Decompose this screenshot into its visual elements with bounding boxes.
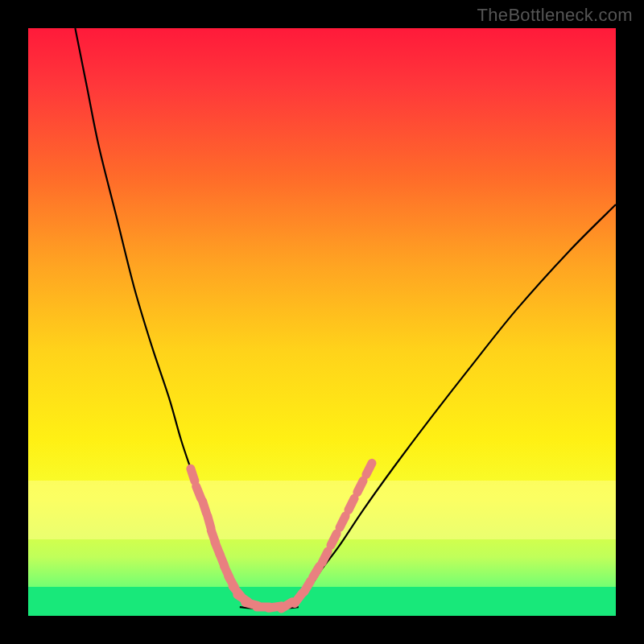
bottleneck-curve-left [75,28,251,605]
highlight-dash [304,581,311,592]
highlight-dash [322,551,328,563]
highlight-dash [196,486,201,498]
highlight-dash [349,498,354,510]
highlight-dash [366,463,372,474]
highlight-dash [203,501,207,513]
watermark-text: TheBottleneck.com [477,5,633,26]
highlight-dash [313,566,320,577]
bottleneck-curve-right [287,204,616,605]
highlight-dash [191,469,195,481]
plot-area [28,28,616,616]
highlight-dash [357,481,363,492]
curve-layer [28,28,616,616]
highlight-dash [331,534,336,545]
chart-frame: TheBottleneck.com [0,0,644,644]
highlight-dash [340,516,345,527]
highlight-dashes [191,463,372,609]
